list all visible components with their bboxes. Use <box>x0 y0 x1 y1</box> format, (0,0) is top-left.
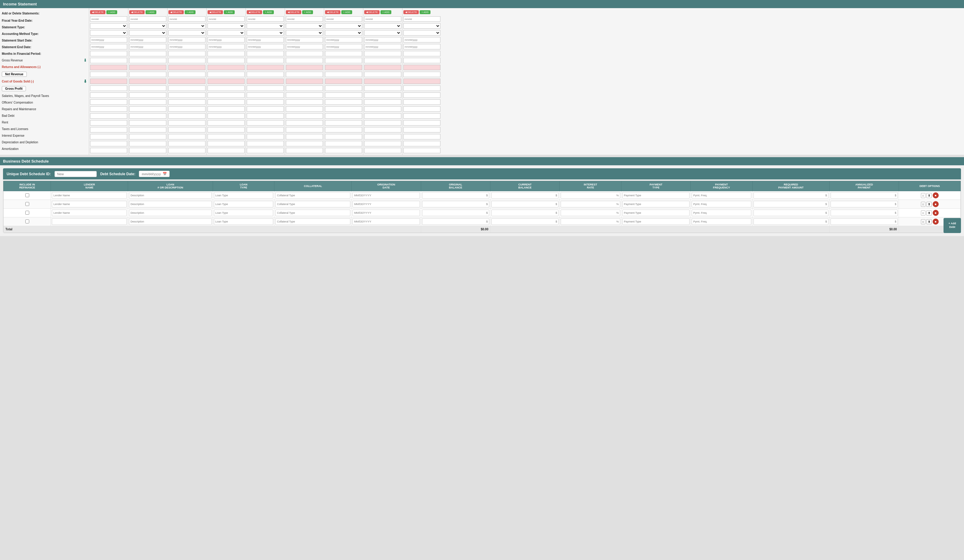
net-revenue-btn-row[interactable]: Net Revenue <box>2 70 87 78</box>
bad-debt-input-1[interactable] <box>129 113 166 118</box>
gross-revenue-down-icon[interactable]: ⬇ <box>83 58 87 63</box>
taxes-licenses-input-6[interactable] <box>325 127 362 133</box>
lender-input-2[interactable] <box>52 209 127 216</box>
cogs-input-5[interactable] <box>286 79 323 84</box>
net-rev-input-1[interactable] <box>129 71 166 77</box>
rent-input-2[interactable] <box>168 120 205 125</box>
gross-profit-input-3[interactable] <box>208 86 244 91</box>
statement-type-select-1[interactable] <box>129 23 166 29</box>
lender-input-1[interactable] <box>52 201 127 208</box>
amortization-input-4[interactable] <box>247 148 284 153</box>
orig-date-input-1[interactable] <box>352 201 420 208</box>
current-balance-input-3[interactable] <box>491 218 559 225</box>
interest-expense-input-2[interactable] <box>168 134 205 140</box>
interest-expense-input-1[interactable] <box>129 134 166 140</box>
end-date-input-7[interactable] <box>364 44 401 49</box>
delete-row-btn-0[interactable]: ● <box>933 192 939 198</box>
add-btn-8[interactable]: + ADD <box>420 10 430 14</box>
end-date-input-0[interactable] <box>90 44 127 49</box>
end-date-input-6[interactable] <box>325 44 362 49</box>
collateral-input-3[interactable] <box>275 218 350 225</box>
sort-up-btn-2[interactable]: ↕ <box>921 211 925 216</box>
collateral-input-0[interactable] <box>275 192 350 199</box>
delete-row-btn-1[interactable]: ● <box>933 201 939 207</box>
salaries-input-2[interactable] <box>168 93 205 98</box>
salaries-input-0[interactable] <box>90 93 127 98</box>
start-date-input-0[interactable] <box>90 37 127 42</box>
months-input-3[interactable] <box>208 51 244 56</box>
salaries-input-5[interactable] <box>286 93 323 98</box>
delete-btn-5[interactable]: ◀ DELETE <box>286 10 301 14</box>
officers-comp-input-1[interactable] <box>129 99 166 105</box>
gross-profit-input-2[interactable] <box>168 86 205 91</box>
net-rev-input-2[interactable] <box>168 71 205 77</box>
debt-checkbox-3[interactable] <box>25 219 29 223</box>
start-date-input-1[interactable] <box>129 37 166 42</box>
statement-type-select-6[interactable] <box>325 23 362 29</box>
interest-input-0[interactable] <box>561 192 620 199</box>
start-date-input-7[interactable] <box>364 37 401 42</box>
upload-btn-2[interactable]: ⬆ <box>927 211 932 216</box>
rent-input-7[interactable] <box>364 120 401 125</box>
payment-freq-input-1[interactable] <box>692 201 751 208</box>
delete-btn-6[interactable]: ◀ DELETE <box>325 10 340 14</box>
orig-date-input-0[interactable] <box>352 192 420 199</box>
officers-comp-input-0[interactable] <box>90 99 127 105</box>
loan-type-input-3[interactable] <box>214 218 274 225</box>
start-date-input-4[interactable] <box>247 37 284 42</box>
cogs-input-6[interactable] <box>325 79 362 84</box>
months-input-6[interactable] <box>325 51 362 56</box>
gross-rev-input-6[interactable] <box>325 58 362 63</box>
officers-comp-input-3[interactable] <box>208 99 244 105</box>
lender-input-3[interactable] <box>52 218 127 225</box>
payment-freq-input-3[interactable] <box>692 218 751 225</box>
returns-input-6[interactable] <box>325 65 362 70</box>
amortization-input-6[interactable] <box>325 148 362 153</box>
net-rev-input-3[interactable] <box>208 71 244 77</box>
acct-method-select-0[interactable] <box>90 30 127 36</box>
depreciation-input-4[interactable] <box>247 141 284 146</box>
depreciation-input-3[interactable] <box>208 141 244 146</box>
cogs-input-4[interactable] <box>247 79 284 84</box>
start-date-input-8[interactable] <box>403 37 440 42</box>
salaries-input-4[interactable] <box>247 93 284 98</box>
interest-expense-input-4[interactable] <box>247 134 284 140</box>
cogs-input-7[interactable] <box>364 79 401 84</box>
delete-btn-2[interactable]: ◀ DELETE <box>168 10 184 14</box>
end-date-input-2[interactable] <box>168 44 205 49</box>
annualized-input-3[interactable] <box>830 218 898 225</box>
current-balance-input-2[interactable] <box>491 209 559 216</box>
fiscal-date-input-2[interactable] <box>168 16 205 22</box>
delete-btn-0[interactable]: ◀ DELETE <box>90 10 106 14</box>
orig-date-input-2[interactable] <box>352 209 420 216</box>
net-rev-input-6[interactable] <box>325 71 362 77</box>
gross-profit-input-5[interactable] <box>286 86 323 91</box>
fiscal-date-input-7[interactable] <box>364 16 401 22</box>
orig-balance-input-1[interactable] <box>422 201 489 208</box>
orig-balance-input-2[interactable] <box>422 209 489 216</box>
net-rev-input-5[interactable] <box>286 71 323 77</box>
bad-debt-input-2[interactable] <box>168 113 205 118</box>
cogs-input-0[interactable] <box>90 79 127 84</box>
delete-btn-4[interactable]: ◀ DELETE <box>247 10 262 14</box>
rent-input-5[interactable] <box>286 120 323 125</box>
officers-comp-input-6[interactable] <box>325 99 362 105</box>
depreciation-input-6[interactable] <box>325 141 362 146</box>
delete-btn-8[interactable]: ◀ DELETE <box>403 10 419 14</box>
loan-type-input-1[interactable] <box>214 201 274 208</box>
months-input-7[interactable] <box>364 51 401 56</box>
repairs-input-8[interactable] <box>403 106 440 112</box>
sort-up-btn-1[interactable]: ↕ <box>921 202 925 207</box>
bad-debt-input-0[interactable] <box>90 113 127 118</box>
gross-profit-input-8[interactable] <box>403 86 440 91</box>
add-btn-4[interactable]: + ADD <box>263 10 274 14</box>
statement-type-select-4[interactable] <box>247 23 284 29</box>
payment-freq-input-2[interactable] <box>692 209 751 216</box>
description-input-0[interactable] <box>129 192 212 199</box>
amortization-input-3[interactable] <box>208 148 244 153</box>
statement-type-select-0[interactable] <box>90 23 127 29</box>
upload-btn-0[interactable]: ⬆ <box>927 193 932 198</box>
debt-checkbox-2[interactable] <box>25 211 29 215</box>
delete-btn-3[interactable]: ◀ DELETE <box>208 10 223 14</box>
returns-input-1[interactable] <box>129 65 166 70</box>
